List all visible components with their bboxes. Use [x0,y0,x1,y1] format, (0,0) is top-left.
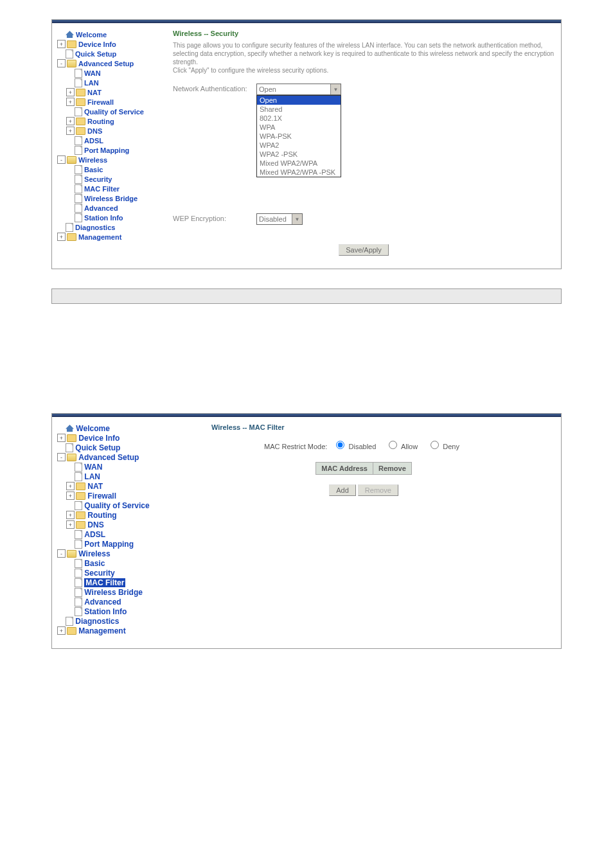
nav-dns[interactable]: + DNS [57,520,166,529]
auth-option[interactable]: WPA2 -PSK [257,150,341,159]
plus-icon[interactable]: + [66,492,75,500]
plus-icon[interactable]: + [66,88,75,96]
minus-icon[interactable]: - [57,549,66,558]
nav-lan[interactable]: LAN [57,472,166,481]
nav-wireless[interactable]: - Wireless [57,549,166,558]
nav-quick-setup[interactable]: Quick Setup [57,443,166,452]
plus-icon[interactable]: + [66,98,75,106]
nav-routing[interactable]: + Routing [57,510,166,520]
restrict-allow-radio[interactable] [389,441,397,449]
restrict-label: MAC Restrict Mode: [264,443,327,450]
nav-qos[interactable]: Quality of Service [57,107,166,116]
nav-diagnostics[interactable]: Diagnostics [57,616,166,626]
nav-wireless-bridge[interactable]: Wireless Bridge [57,193,166,203]
nav-basic[interactable]: Basic [57,558,166,568]
plus-icon[interactable]: + [66,117,75,125]
nav-adsl[interactable]: ADSL [57,529,166,539]
nav-advanced-w[interactable]: Advanced [57,597,166,607]
restrict-disabled-radio[interactable] [336,441,344,449]
plus-icon[interactable]: + [66,520,75,529]
restrict-deny-radio[interactable] [431,441,439,449]
nav-advanced-setup[interactable]: - Advanced Setup [57,58,166,68]
network-auth-select[interactable]: Open ▼ [256,84,341,95]
nav-mac-filter[interactable]: MAC Filter [57,578,166,587]
nav-routing[interactable]: + Routing [57,116,166,126]
plus-icon[interactable]: + [57,434,66,442]
folder-icon [76,483,85,490]
nav-dns[interactable]: + DNS [57,126,166,136]
minus-icon[interactable]: - [57,155,66,164]
auth-option[interactable]: Shared [257,105,341,114]
page-title: Wireless -- Security [173,30,555,37]
plus-icon[interactable]: + [57,233,66,241]
plus-icon[interactable]: + [66,127,75,135]
nav-station-info[interactable]: Station Info [57,607,166,616]
col-remove: Remove [373,463,411,475]
auth-option[interactable]: Mixed WPA2/WPA -PSK [257,168,341,177]
page-icon [75,559,82,568]
nav-wireless-bridge[interactable]: Wireless Bridge [57,587,166,597]
folder-icon [67,233,76,241]
page-icon [66,617,73,626]
nav-wireless[interactable]: - Wireless [57,155,166,164]
page-icon [75,588,82,597]
plus-icon[interactable]: + [57,40,66,48]
nav-basic[interactable]: Basic [57,164,166,174]
nav-wan[interactable]: WAN [57,68,166,78]
page-icon [75,213,82,222]
plus-icon[interactable]: + [66,482,75,490]
nav-advanced-w[interactable]: Advanced [57,203,166,213]
nav-welcome[interactable]: Welcome [57,423,166,433]
page-icon [75,194,82,203]
nav-security[interactable]: Security [57,568,166,578]
auth-option[interactable]: WPA [257,123,341,132]
save-apply-button[interactable]: Save/Apply [339,244,389,256]
nav-firewall[interactable]: + Firewall [57,491,166,500]
auth-selected-value: Open [257,85,330,93]
nav-nat[interactable]: + NAT [57,481,166,491]
auth-label: Network Authentication: [173,84,256,93]
nav-port-mapping[interactable]: Port Mapping [57,539,166,549]
page-icon [75,165,82,174]
minus-icon[interactable]: - [57,453,66,461]
nav-mac-filter[interactable]: MAC Filter [57,184,166,193]
nav-welcome[interactable]: Welcome [57,30,166,39]
auth-option[interactable]: Mixed WPA2/WPA [257,159,341,168]
nav-wan[interactable]: WAN [57,462,166,472]
nav-security[interactable]: Security [57,174,166,184]
folder-icon [76,511,85,519]
nav-lan[interactable]: LAN [57,78,166,87]
auth-option[interactable]: WPA-PSK [257,132,341,141]
nav-nat[interactable]: + NAT [57,87,166,97]
nav-advanced-setup[interactable]: - Advanced Setup [57,452,166,462]
nav-management[interactable]: + Management [57,232,166,242]
auth-option[interactable]: WPA2 [257,141,341,150]
page-icon [66,223,73,232]
nav-device-info[interactable]: + Device Info [57,39,166,49]
chevron-down-icon[interactable]: ▼ [292,214,302,224]
nav-quick-setup[interactable]: Quick Setup [57,49,166,58]
home-icon [66,425,74,432]
auth-option[interactable]: 802.1X [257,114,341,123]
nav-port-mapping[interactable]: Port Mapping [57,145,166,155]
nav-tree: Welcome + Device Info Quick Setup - Adva… [52,30,166,256]
mac-address-table: MAC Address Remove [315,462,412,475]
nav-adsl[interactable]: ADSL [57,136,166,145]
nav-management[interactable]: + Management [57,626,166,635]
auth-option[interactable]: Open [257,96,341,105]
security-screenshot: Welcome + Device Info Quick Setup - Adva… [51,19,562,269]
nav-firewall[interactable]: + Firewall [57,97,166,107]
plus-icon[interactable]: + [57,626,66,635]
chevron-down-icon[interactable]: ▼ [330,84,341,94]
wep-encryption-select[interactable]: Disabled ▼ [256,213,303,225]
add-button[interactable]: Add [329,484,356,496]
plus-icon[interactable]: + [66,511,75,519]
nav-station-info[interactable]: Station Info [57,213,166,222]
page-icon [75,463,82,472]
page-icon [75,136,82,145]
nav-device-info[interactable]: + Device Info [57,433,166,443]
minus-icon[interactable]: - [57,59,66,67]
nav-diagnostics[interactable]: Diagnostics [57,222,166,232]
remove-button[interactable]: Remove [358,484,398,496]
nav-qos[interactable]: Quality of Service [57,500,166,510]
